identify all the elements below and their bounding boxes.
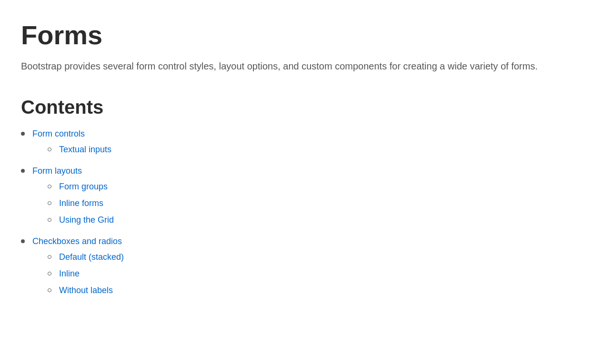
list-item-without-labels: Without labels: [48, 284, 124, 297]
list-item-checkboxes-and-radios: Checkboxes and radios Default (stacked) …: [21, 235, 581, 301]
list-item-form-groups: Form groups: [48, 180, 114, 193]
link-form-groups[interactable]: Form groups: [59, 180, 108, 193]
list-item-default-stacked: Default (stacked): [48, 251, 124, 264]
link-form-layouts[interactable]: Form layouts: [32, 166, 82, 176]
list-item-form-controls: Form controls Textual inputs: [21, 128, 581, 160]
bullet-open-form-groups: [48, 185, 51, 188]
list-item-form-layouts: Form layouts Form groups Inline forms Us…: [21, 165, 581, 230]
sub-list-form-layouts: Form groups Inline forms Using the Grid: [32, 180, 114, 226]
link-using-the-grid[interactable]: Using the Grid: [59, 214, 114, 226]
bullet-open-inline-forms: [48, 201, 51, 205]
link-textual-inputs[interactable]: Textual inputs: [59, 143, 111, 156]
bullet-filled-1: [21, 132, 25, 136]
bullet-open-default-stacked: [48, 255, 51, 259]
page-description: Bootstrap provides several form control …: [21, 59, 581, 74]
sub-list-checkboxes-and-radios: Default (stacked) Inline Without labels: [32, 251, 124, 297]
link-default-stacked[interactable]: Default (stacked): [59, 251, 124, 264]
list-item-inline-forms: Inline forms: [48, 197, 114, 210]
bullet-filled-2: [21, 169, 25, 173]
contents-heading: Contents: [21, 97, 581, 118]
list-item-inline: Inline: [48, 267, 124, 280]
link-inline-forms[interactable]: Inline forms: [59, 197, 103, 210]
sub-list-form-controls: Textual inputs: [32, 143, 111, 156]
contents-list: Form controls Textual inputs Form layout…: [21, 128, 581, 301]
bullet-open-inline: [48, 272, 51, 275]
bullet-open-textual-inputs: [48, 148, 51, 151]
list-item-textual-inputs: Textual inputs: [48, 143, 111, 156]
link-inline[interactable]: Inline: [59, 267, 80, 280]
page-title: Forms: [21, 19, 581, 51]
list-item-using-the-grid: Using the Grid: [48, 214, 114, 226]
bullet-open-without-labels: [48, 288, 51, 292]
bullet-filled-3: [21, 239, 25, 243]
link-form-controls[interactable]: Form controls: [32, 129, 85, 138]
link-without-labels[interactable]: Without labels: [59, 284, 113, 297]
bullet-open-using-the-grid: [48, 218, 51, 222]
link-checkboxes-and-radios[interactable]: Checkboxes and radios: [32, 236, 122, 246]
